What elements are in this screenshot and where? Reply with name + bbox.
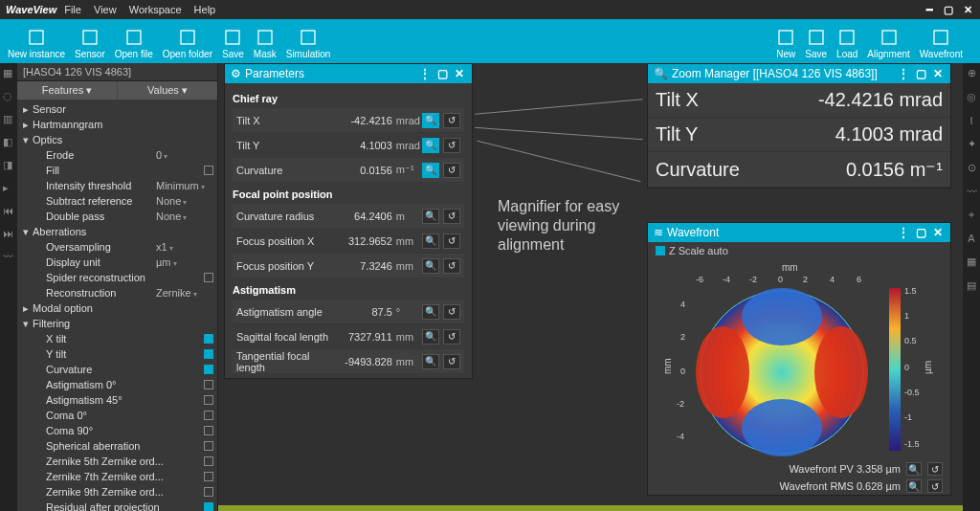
checkbox[interactable] [204, 365, 213, 374]
tree-item[interactable]: Astigmatism 0° [21, 377, 213, 392]
tree-header[interactable]: ▸Sensor [21, 101, 213, 117]
tree-item[interactable]: Y tilt [21, 346, 213, 362]
reset-icon[interactable]: ↺ [443, 329, 460, 344]
rail-icon[interactable]: ◧ [3, 136, 14, 147]
rail-icon[interactable]: ⌖ [969, 209, 974, 221]
col-values[interactable]: Values ▾ [118, 81, 217, 100]
aperture-button[interactable]: Sensor [75, 28, 105, 59]
magnifier-icon[interactable]: 🔍 [422, 233, 439, 249]
tree-item[interactable]: Coma 0° [21, 408, 213, 423]
load-button[interactable]: Load [836, 28, 858, 59]
checkbox[interactable] [204, 411, 213, 420]
reset-icon[interactable]: ↺ [927, 462, 943, 476]
checkbox[interactable] [204, 380, 213, 389]
file-button[interactable]: Open file [115, 28, 153, 59]
col-features[interactable]: Features ▾ [17, 81, 118, 100]
tree-item[interactable]: Spider reconstruction [21, 270, 213, 285]
tree-item[interactable]: Zernike 5th Zernike ord... [21, 454, 213, 469]
tree-item[interactable]: Display unitµm [21, 255, 213, 270]
rail-icon[interactable]: ✦ [968, 138, 976, 150]
tree-header[interactable]: ▸Modal option [21, 300, 213, 316]
magnifier-icon[interactable]: 🔍 [422, 113, 439, 128]
tree-header[interactable]: ▸Hartmanngram [21, 117, 213, 132]
rail-icon[interactable]: ▤ [967, 279, 976, 292]
panel-popout-icon[interactable]: ▢ [435, 67, 449, 80]
panel-menu-icon[interactable]: ⋮ [897, 226, 910, 239]
rail-icon[interactable]: ▦ [967, 256, 976, 268]
reset-icon[interactable]: ↺ [443, 163, 460, 178]
reset-icon[interactable]: ↺ [927, 479, 943, 493]
rail-icon[interactable]: ⊕ [968, 67, 976, 79]
rail-icon[interactable]: ◨ [3, 159, 14, 170]
save-button[interactable]: Save [222, 28, 244, 59]
checkbox[interactable] [204, 456, 213, 466]
save-button[interactable]: Save [805, 28, 827, 59]
tree-item[interactable]: Curvature [21, 362, 213, 377]
tree-item[interactable]: Oversamplingx1 [21, 239, 213, 255]
zscale-checkbox[interactable] [656, 246, 665, 256]
magnifier-icon[interactable]: 🔍 [422, 138, 439, 153]
checkbox[interactable] [204, 349, 213, 359]
checkbox[interactable] [204, 334, 213, 344]
magnifier-icon[interactable]: 🔍 [422, 258, 439, 274]
checkbox[interactable] [204, 441, 213, 451]
menu-file[interactable]: File [64, 4, 81, 15]
panel-menu-icon[interactable]: ⋮ [897, 67, 910, 80]
magnifier-icon[interactable]: 🔍 [422, 329, 439, 344]
minimize-icon[interactable]: ━ [923, 3, 936, 16]
wave-button[interactable]: Wavefront [920, 28, 963, 59]
checkbox[interactable] [204, 273, 213, 282]
checkbox[interactable] [204, 502, 213, 511]
folder-button[interactable]: Open folder [163, 28, 212, 59]
checkbox[interactable] [204, 426, 213, 435]
rail-icon[interactable]: 〰 [3, 251, 14, 262]
tree-item[interactable]: Fill [21, 163, 213, 178]
checkbox[interactable] [204, 487, 213, 497]
rail-icon[interactable]: ▦ [3, 67, 14, 78]
tree-item[interactable]: Intensity thresholdMinimum [21, 178, 213, 193]
maximize-icon[interactable]: ▢ [942, 3, 955, 16]
tree-item[interactable]: Astigmatism 45° [21, 392, 213, 408]
reset-icon[interactable]: ↺ [443, 209, 460, 224]
align-button[interactable]: Alignment [867, 28, 909, 59]
panel-popout-icon[interactable]: ▢ [914, 226, 927, 239]
reset-icon[interactable]: ↺ [443, 113, 460, 128]
tree-item[interactable]: Erode0 [21, 147, 213, 163]
panel-close-icon[interactable]: ✕ [931, 226, 945, 239]
rail-icon[interactable]: ⏮ [3, 205, 14, 216]
reset-icon[interactable]: ↺ [443, 354, 460, 369]
tree-header[interactable]: ▾Filtering [21, 316, 213, 331]
rail-icon[interactable]: I [969, 115, 972, 126]
sim-button[interactable]: Simulation [286, 28, 331, 59]
magnifier-icon[interactable]: 🔍 [422, 209, 439, 224]
checkbox[interactable] [204, 395, 213, 405]
rail-icon[interactable]: ⏭ [3, 228, 14, 239]
panel-close-icon[interactable]: ✕ [931, 67, 945, 80]
checkbox[interactable] [204, 472, 213, 481]
menu-view[interactable]: View [94, 4, 117, 15]
tree-item[interactable]: Subtract referenceNone [21, 193, 213, 209]
close-icon[interactable]: ✕ [961, 3, 974, 16]
menu-help[interactable]: Help [194, 4, 216, 15]
tree-item[interactable]: X tilt [21, 331, 213, 346]
tree-item[interactable]: Spherical aberration [21, 438, 213, 454]
magnifier-icon[interactable]: 🔍 [422, 354, 439, 369]
tree-item[interactable]: Zernike 7th Zernike ord... [21, 469, 213, 484]
panel-menu-icon[interactable]: ⋮ [418, 67, 432, 80]
reset-icon[interactable]: ↺ [443, 304, 460, 320]
plus-button[interactable]: New instance [8, 28, 65, 59]
reset-icon[interactable]: ↺ [443, 258, 460, 274]
tree-item[interactable]: Residual after projection [21, 500, 213, 511]
panel-close-icon[interactable]: ✕ [453, 67, 466, 80]
plus-button[interactable]: New [776, 28, 795, 59]
mask-button[interactable]: Mask [254, 28, 277, 59]
magnifier-icon[interactable]: 🔍 [906, 479, 922, 493]
tree-item[interactable]: ReconstructionZernike [21, 285, 213, 300]
rail-icon[interactable]: ▥ [3, 113, 14, 124]
panel-popout-icon[interactable]: ▢ [914, 67, 927, 80]
magnifier-icon[interactable]: 🔍 [422, 304, 439, 320]
rail-icon[interactable]: ⊙ [968, 162, 976, 174]
checkbox[interactable] [204, 166, 213, 175]
tree-header[interactable]: ▾Aberrations [21, 224, 213, 239]
tree-item[interactable]: Zernike 9th Zernike ord... [21, 484, 213, 500]
